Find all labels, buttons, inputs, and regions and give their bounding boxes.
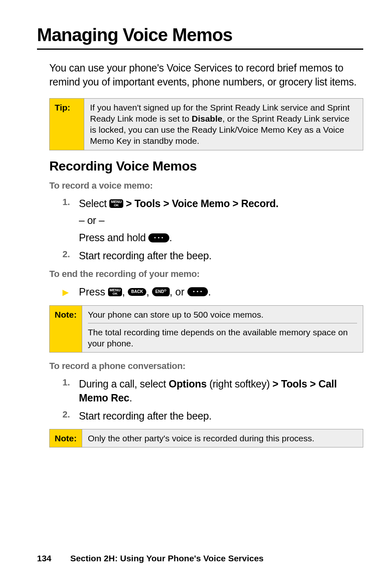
step1-or: – or – bbox=[79, 214, 363, 228]
note-label: Note: bbox=[50, 429, 82, 447]
tip-text-bold: Disable bbox=[191, 114, 222, 123]
title-underline bbox=[37, 48, 363, 50]
step-number: 2. bbox=[62, 409, 79, 423]
step-number: 2. bbox=[62, 249, 79, 263]
steps-record-memo: 1. Select MENUOK > Tools > Voice Memo > … bbox=[62, 197, 363, 263]
end-recording-item: ▶ Press MENUOK, BACK, ENDO, or • • •. bbox=[62, 285, 363, 299]
step-1: 1. During a call, select Options (right … bbox=[62, 377, 363, 405]
note1-line1: Your phone can store up to 500 voice mem… bbox=[88, 309, 357, 320]
tip-body: If you haven't signed up for the Sprint … bbox=[84, 99, 363, 150]
subhead-record-memo: To record a voice memo: bbox=[49, 180, 363, 191]
step1c-mid: (right softkey) bbox=[207, 378, 272, 390]
note-divider bbox=[88, 323, 357, 323]
step1c-options: Options bbox=[169, 378, 207, 390]
subhead-record-conversation: To record a phone conversation: bbox=[49, 361, 363, 371]
press-line: Press MENUOK, BACK, ENDO, or • • •. bbox=[79, 285, 211, 299]
tip-callout: Tip: If you haven't signed up for the Sp… bbox=[49, 98, 363, 150]
page-footer: 134 Section 2H: Using Your Phone's Voice… bbox=[37, 553, 264, 563]
step1-press-hold: Press and hold • • •. bbox=[79, 231, 363, 245]
arrow-icon: ▶ bbox=[62, 287, 79, 299]
end-key-icon: ENDO bbox=[152, 287, 170, 296]
page-number: 134 bbox=[37, 553, 51, 563]
intro-paragraph: You can use your phone's Voice Services … bbox=[49, 61, 363, 89]
tip-label: Tip: bbox=[50, 99, 84, 150]
section-heading: Recording Voice Memos bbox=[49, 159, 363, 174]
note-label: Note: bbox=[50, 306, 82, 352]
step-2: 2. Start recording after the beep. bbox=[62, 249, 363, 263]
step1c-prefix: During a call, select bbox=[79, 378, 169, 390]
note-body: Your phone can store up to 500 voice mem… bbox=[82, 306, 363, 352]
note1-line2: The total recording time depends on the … bbox=[88, 327, 357, 349]
step-number: 1. bbox=[62, 197, 79, 245]
step-text: During a call, select Options (right sof… bbox=[79, 377, 363, 405]
footer-section: Section 2H: Using Your Phone's Voice Ser… bbox=[70, 553, 264, 563]
note-callout-2: Note: Only the other party's voice is re… bbox=[49, 429, 363, 447]
menu-ok-icon: MENUOK bbox=[108, 288, 122, 296]
step-text: Start recording after the beep. bbox=[79, 249, 363, 263]
back-key-icon: BACK bbox=[128, 288, 146, 296]
step-2: 2. Start recording after the beep. bbox=[62, 409, 363, 423]
page-title: Managing Voice Memos bbox=[37, 25, 363, 45]
step-text: Start recording after the beep. bbox=[79, 409, 363, 423]
step1-menu-path: > Tools > Voice Memo > Record bbox=[123, 198, 276, 209]
readylink-key-icon: • • • bbox=[187, 287, 208, 296]
step1-prefix: Select bbox=[79, 198, 109, 209]
note-callout-1: Note: Your phone can store up to 500 voi… bbox=[49, 305, 363, 353]
readylink-key-icon: • • • bbox=[148, 233, 169, 242]
menu-ok-icon: MENUOK bbox=[109, 199, 123, 208]
note-body: Only the other party's voice is recorded… bbox=[82, 429, 363, 447]
steps-record-conversation: 1. During a call, select Options (right … bbox=[62, 377, 363, 423]
subhead-end-recording: To end the recording of your memo: bbox=[49, 269, 363, 279]
step-1: 1. Select MENUOK > Tools > Voice Memo > … bbox=[62, 197, 363, 245]
step-number: 1. bbox=[62, 377, 79, 405]
end-recording-list: ▶ Press MENUOK, BACK, ENDO, or • • •. bbox=[62, 285, 363, 299]
step-text: Select MENUOK > Tools > Voice Memo > Rec… bbox=[79, 197, 363, 245]
